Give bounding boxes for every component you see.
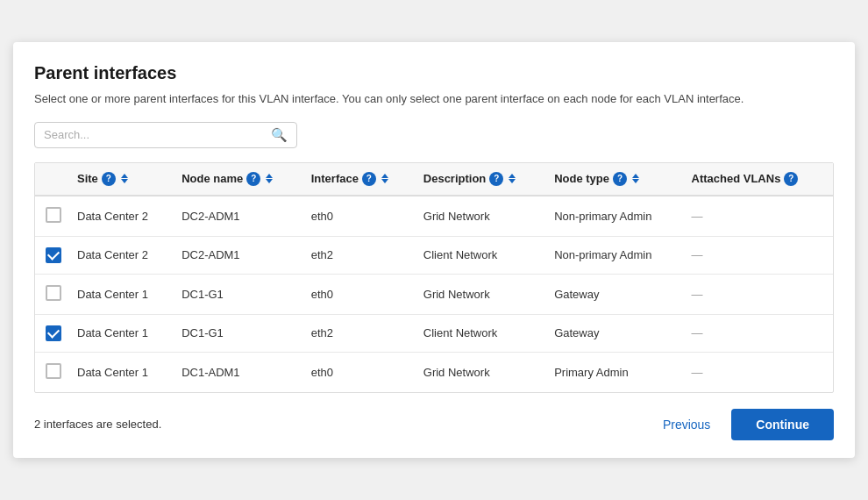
row-1-node_type: Non-primary Admin (547, 236, 684, 274)
table-row: Data Center 1DC1-G1eth0Grid NetworkGatew… (35, 274, 833, 314)
previous-button[interactable]: Previous (663, 418, 710, 432)
row-4-checkbox-cell[interactable] (35, 352, 70, 392)
row-4-checkbox[interactable] (46, 363, 61, 379)
row-1-description: Client Network (416, 236, 547, 274)
row-0-attached_vlans: — (685, 196, 833, 237)
node-type-help-icon[interactable]: ? (613, 172, 627, 186)
table-row: Data Center 1DC1-G1eth2Client NetworkGat… (35, 314, 833, 352)
col-checkbox (35, 163, 70, 196)
row-2-checkbox[interactable] (46, 285, 61, 301)
search-bar[interactable]: 🔍 (34, 122, 297, 148)
modal-title: Parent interfaces (34, 63, 834, 83)
row-4-description: Grid Network (416, 352, 547, 392)
attached-vlans-help-icon[interactable]: ? (784, 172, 798, 186)
col-node-type: Node type ? (547, 163, 684, 196)
row-3-checkbox[interactable] (46, 325, 61, 341)
row-4-node_name: DC1-ADM1 (174, 352, 304, 392)
selection-status: 2 interfaces are selected. (34, 418, 161, 431)
row-3-checkbox-cell[interactable] (35, 314, 70, 352)
row-3-description: Client Network (416, 314, 547, 352)
description-sort[interactable] (509, 174, 516, 183)
interfaces-table: Site ? Node name ? (35, 163, 833, 392)
row-1-attached_vlans: — (685, 236, 833, 274)
table-row: Data Center 1DC1-ADM1eth0Grid NetworkPri… (35, 352, 833, 392)
table-row: Data Center 2DC2-ADM1eth0Grid NetworkNon… (35, 196, 833, 237)
row-0-node_name: DC2-ADM1 (174, 196, 304, 237)
site-help-icon[interactable]: ? (102, 172, 116, 186)
site-sort[interactable] (121, 174, 128, 183)
col-site: Site ? (70, 163, 174, 196)
table-row: Data Center 2DC2-ADM1eth2Client NetworkN… (35, 236, 833, 274)
row-0-interface: eth0 (304, 196, 416, 237)
row-2-description: Grid Network (416, 274, 547, 314)
row-2-interface: eth0 (304, 274, 416, 314)
node-name-sort[interactable] (266, 174, 273, 183)
interface-help-icon[interactable]: ? (362, 172, 376, 186)
row-3-attached_vlans: — (685, 314, 833, 352)
row-0-checkbox[interactable] (46, 207, 61, 223)
modal-description: Select one or more parent interfaces for… (34, 90, 834, 108)
row-4-site: Data Center 1 (70, 352, 174, 392)
footer-actions: Previous Continue (663, 409, 834, 440)
interface-sort[interactable] (381, 174, 388, 183)
row-4-interface: eth0 (304, 352, 416, 392)
col-description: Description ? (416, 163, 547, 196)
row-3-node_name: DC1-G1 (174, 314, 304, 352)
row-0-node_type: Non-primary Admin (547, 196, 684, 237)
col-interface: Interface ? (304, 163, 416, 196)
interfaces-table-wrapper: Site ? Node name ? (34, 162, 834, 393)
search-input[interactable] (44, 128, 267, 141)
row-1-interface: eth2 (304, 236, 416, 274)
row-1-site: Data Center 2 (70, 236, 174, 274)
row-2-attached_vlans: — (685, 274, 833, 314)
node-type-sort[interactable] (632, 174, 639, 183)
row-2-checkbox-cell[interactable] (35, 274, 70, 314)
row-3-node_type: Gateway (547, 314, 684, 352)
row-1-checkbox[interactable] (46, 247, 61, 263)
table-scroll-area[interactable]: Site ? Node name ? (35, 163, 833, 392)
row-2-node_name: DC1-G1 (174, 274, 304, 314)
row-4-node_type: Primary Admin (547, 352, 684, 392)
search-icon: 🔍 (271, 127, 288, 143)
row-3-interface: eth2 (304, 314, 416, 352)
row-0-site: Data Center 2 (70, 196, 174, 237)
row-1-checkbox-cell[interactable] (35, 236, 70, 274)
row-0-description: Grid Network (416, 196, 547, 237)
row-3-site: Data Center 1 (70, 314, 174, 352)
node-name-help-icon[interactable]: ? (246, 172, 260, 186)
description-help-icon[interactable]: ? (489, 172, 503, 186)
parent-interfaces-modal: Parent interfaces Select one or more par… (13, 42, 855, 458)
continue-button[interactable]: Continue (731, 409, 834, 440)
row-1-node_name: DC2-ADM1 (174, 236, 304, 274)
col-attached-vlans: Attached VLANs ? (685, 163, 833, 196)
row-2-node_type: Gateway (547, 274, 684, 314)
row-2-site: Data Center 1 (70, 274, 174, 314)
row-0-checkbox-cell[interactable] (35, 196, 70, 237)
footer: 2 interfaces are selected. Previous Cont… (34, 409, 834, 440)
col-node-name: Node name ? (174, 163, 304, 196)
row-4-attached_vlans: — (685, 352, 833, 392)
